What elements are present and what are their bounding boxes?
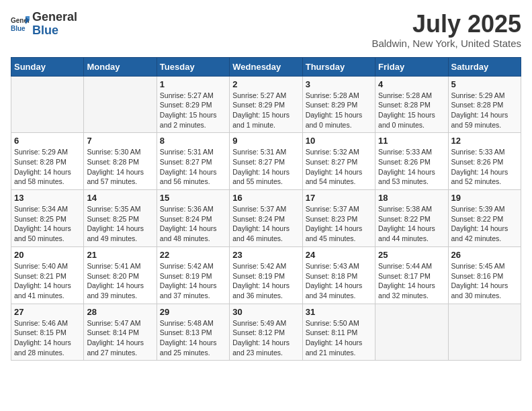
day-number: 19 — [451, 193, 518, 203]
day-detail: Sunrise: 5:27 AM Sunset: 8:29 PM Dayligh… — [232, 91, 299, 130]
subtitle: Baldwin, New York, United States — [371, 38, 521, 49]
calendar-cell: 1Sunrise: 5:27 AM Sunset: 8:29 PM Daylig… — [157, 76, 229, 133]
day-detail: Sunrise: 5:37 AM Sunset: 8:23 PM Dayligh… — [306, 204, 372, 244]
calendar-cell: 9Sunrise: 5:31 AM Sunset: 8:27 PM Daylig… — [230, 133, 302, 190]
day-number: 30 — [232, 307, 299, 317]
calendar-cell: 30Sunrise: 5:49 AM Sunset: 8:12 PM Dayli… — [230, 304, 302, 361]
calendar-cell: 5Sunrise: 5:29 AM Sunset: 8:28 PM Daylig… — [448, 76, 521, 133]
calendar-week-1: 1Sunrise: 5:27 AM Sunset: 8:29 PM Daylig… — [11, 76, 521, 133]
day-detail: Sunrise: 5:33 AM Sunset: 8:26 PM Dayligh… — [451, 147, 518, 187]
svg-text:Blue: Blue — [11, 25, 26, 32]
day-number: 23 — [232, 250, 299, 260]
logo-icon: General Blue — [11, 15, 30, 34]
day-number: 26 — [451, 250, 518, 260]
day-detail: Sunrise: 5:29 AM Sunset: 8:28 PM Dayligh… — [451, 91, 518, 130]
day-number: 3 — [306, 79, 372, 89]
calendar-week-4: 20Sunrise: 5:40 AM Sunset: 8:21 PM Dayli… — [11, 246, 521, 304]
calendar-cell: 11Sunrise: 5:33 AM Sunset: 8:26 PM Dayli… — [375, 133, 448, 190]
calendar-week-3: 13Sunrise: 5:34 AM Sunset: 8:25 PM Dayli… — [11, 190, 521, 247]
day-number: 13 — [14, 193, 81, 203]
day-number: 20 — [14, 250, 81, 260]
day-detail: Sunrise: 5:49 AM Sunset: 8:12 PM Dayligh… — [232, 318, 299, 358]
day-detail: Sunrise: 5:28 AM Sunset: 8:28 PM Dayligh… — [378, 91, 445, 130]
day-number: 17 — [306, 193, 372, 203]
day-number: 7 — [87, 136, 153, 146]
col-header-thursday: Thursday — [302, 57, 375, 76]
col-header-saturday: Saturday — [448, 57, 521, 76]
day-number: 27 — [14, 307, 81, 317]
calendar-cell: 27Sunrise: 5:46 AM Sunset: 8:15 PM Dayli… — [11, 304, 84, 361]
calendar-cell: 23Sunrise: 5:42 AM Sunset: 8:19 PM Dayli… — [230, 246, 302, 304]
calendar-cell: 14Sunrise: 5:35 AM Sunset: 8:25 PM Dayli… — [84, 190, 157, 247]
calendar-cell: 29Sunrise: 5:48 AM Sunset: 8:13 PM Dayli… — [157, 304, 229, 361]
main-title: July 2025 — [371, 11, 521, 38]
day-detail: Sunrise: 5:41 AM Sunset: 8:20 PM Dayligh… — [87, 261, 153, 301]
day-number: 1 — [160, 79, 226, 89]
day-number: 24 — [306, 250, 372, 260]
day-number: 2 — [232, 79, 299, 89]
day-detail: Sunrise: 5:33 AM Sunset: 8:26 PM Dayligh… — [378, 147, 445, 187]
day-number: 6 — [14, 136, 81, 146]
calendar-cell: 24Sunrise: 5:43 AM Sunset: 8:18 PM Dayli… — [302, 246, 375, 304]
day-detail: Sunrise: 5:47 AM Sunset: 8:14 PM Dayligh… — [87, 318, 153, 358]
calendar-cell: 2Sunrise: 5:27 AM Sunset: 8:29 PM Daylig… — [230, 76, 302, 133]
calendar-cell: 17Sunrise: 5:37 AM Sunset: 8:23 PM Dayli… — [302, 190, 375, 247]
calendar-cell: 25Sunrise: 5:44 AM Sunset: 8:17 PM Dayli… — [375, 246, 448, 304]
day-detail: Sunrise: 5:48 AM Sunset: 8:13 PM Dayligh… — [160, 318, 226, 358]
day-number: 14 — [87, 193, 153, 203]
calendar-cell: 7Sunrise: 5:30 AM Sunset: 8:28 PM Daylig… — [84, 133, 157, 190]
day-detail: Sunrise: 5:27 AM Sunset: 8:29 PM Dayligh… — [160, 91, 226, 130]
day-detail: Sunrise: 5:50 AM Sunset: 8:11 PM Dayligh… — [306, 318, 372, 358]
calendar-cell — [84, 76, 157, 133]
day-number: 12 — [451, 136, 518, 146]
calendar-cell: 22Sunrise: 5:42 AM Sunset: 8:19 PM Dayli… — [157, 246, 229, 304]
calendar-cell: 18Sunrise: 5:38 AM Sunset: 8:22 PM Dayli… — [375, 190, 448, 247]
day-number: 10 — [306, 136, 372, 146]
day-detail: Sunrise: 5:46 AM Sunset: 8:15 PM Dayligh… — [14, 318, 81, 358]
calendar-cell: 20Sunrise: 5:40 AM Sunset: 8:21 PM Dayli… — [11, 246, 84, 304]
calendar-cell: 21Sunrise: 5:41 AM Sunset: 8:20 PM Dayli… — [84, 246, 157, 304]
day-number: 18 — [378, 193, 445, 203]
day-detail: Sunrise: 5:36 AM Sunset: 8:24 PM Dayligh… — [160, 204, 226, 244]
day-number: 5 — [451, 79, 518, 89]
calendar-week-5: 27Sunrise: 5:46 AM Sunset: 8:15 PM Dayli… — [11, 304, 521, 361]
day-number: 21 — [87, 250, 153, 260]
col-header-wednesday: Wednesday — [230, 57, 302, 76]
day-number: 22 — [160, 250, 226, 260]
day-detail: Sunrise: 5:29 AM Sunset: 8:28 PM Dayligh… — [14, 147, 81, 187]
day-number: 25 — [378, 250, 445, 260]
calendar-header-row: SundayMondayTuesdayWednesdayThursdayFrid… — [11, 57, 521, 76]
day-detail: Sunrise: 5:34 AM Sunset: 8:25 PM Dayligh… — [14, 204, 81, 244]
calendar-cell: 10Sunrise: 5:32 AM Sunset: 8:27 PM Dayli… — [302, 133, 375, 190]
col-header-tuesday: Tuesday — [157, 57, 229, 76]
calendar-cell: 16Sunrise: 5:37 AM Sunset: 8:24 PM Dayli… — [230, 190, 302, 247]
day-detail: Sunrise: 5:40 AM Sunset: 8:21 PM Dayligh… — [14, 261, 81, 301]
day-detail: Sunrise: 5:44 AM Sunset: 8:17 PM Dayligh… — [378, 261, 445, 301]
calendar-cell: 19Sunrise: 5:39 AM Sunset: 8:22 PM Dayli… — [448, 190, 521, 247]
calendar-table: SundayMondayTuesdayWednesdayThursdayFrid… — [11, 57, 521, 361]
calendar-cell: 28Sunrise: 5:47 AM Sunset: 8:14 PM Dayli… — [84, 304, 157, 361]
day-detail: Sunrise: 5:37 AM Sunset: 8:24 PM Dayligh… — [232, 204, 299, 244]
day-number: 9 — [232, 136, 299, 146]
calendar-cell: 8Sunrise: 5:31 AM Sunset: 8:27 PM Daylig… — [157, 133, 229, 190]
col-header-friday: Friday — [375, 57, 448, 76]
calendar-cell: 26Sunrise: 5:45 AM Sunset: 8:16 PM Dayli… — [448, 246, 521, 304]
calendar-cell: 15Sunrise: 5:36 AM Sunset: 8:24 PM Dayli… — [157, 190, 229, 247]
day-number: 15 — [160, 193, 226, 203]
day-number: 8 — [160, 136, 226, 146]
col-header-monday: Monday — [84, 57, 157, 76]
day-number: 11 — [378, 136, 445, 146]
calendar-cell: 13Sunrise: 5:34 AM Sunset: 8:25 PM Dayli… — [11, 190, 84, 247]
header: General Blue General Blue July 2025 Bald… — [11, 11, 521, 49]
day-detail: Sunrise: 5:45 AM Sunset: 8:16 PM Dayligh… — [451, 261, 518, 301]
day-number: 31 — [306, 307, 372, 317]
day-detail: Sunrise: 5:39 AM Sunset: 8:22 PM Dayligh… — [451, 204, 518, 244]
day-detail: Sunrise: 5:35 AM Sunset: 8:25 PM Dayligh… — [87, 204, 153, 244]
calendar-cell: 12Sunrise: 5:33 AM Sunset: 8:26 PM Dayli… — [448, 133, 521, 190]
col-header-sunday: Sunday — [11, 57, 84, 76]
day-detail: Sunrise: 5:43 AM Sunset: 8:18 PM Dayligh… — [306, 261, 372, 301]
calendar-cell — [375, 304, 448, 361]
calendar-cell: 31Sunrise: 5:50 AM Sunset: 8:11 PM Dayli… — [302, 304, 375, 361]
day-detail: Sunrise: 5:42 AM Sunset: 8:19 PM Dayligh… — [160, 261, 226, 301]
calendar-cell: 3Sunrise: 5:28 AM Sunset: 8:29 PM Daylig… — [302, 76, 375, 133]
